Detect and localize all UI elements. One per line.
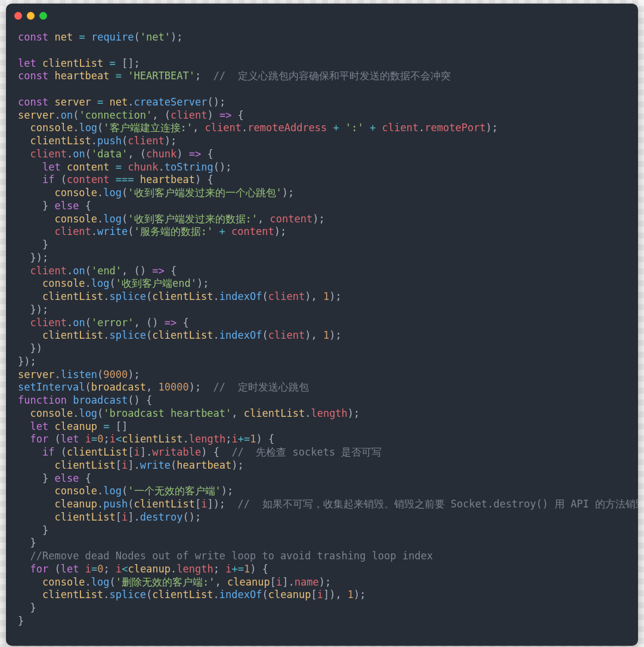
comment-collect-destroy: // 如果不可写，收集起来销毁。销毁之前要 Socket.destroy() 用…: [238, 498, 638, 510]
var-heartbeat: heartbeat: [54, 70, 109, 82]
comment-hb-def: // 定义心跳包内容确保和平时发送的数据不会冲突: [213, 70, 451, 82]
num-interval: 10000: [158, 381, 188, 393]
minimize-icon[interactable]: [27, 12, 35, 20]
comment-check-writable: // 先检查 sockets 是否可写: [231, 446, 382, 458]
zoom-icon[interactable]: [39, 12, 47, 20]
kw-const: const: [18, 31, 48, 43]
str-module: net: [146, 31, 165, 43]
fn-require: require: [91, 31, 134, 43]
var-net: net: [54, 31, 73, 43]
code-block: const net = require('net'); let clientLi…: [6, 27, 638, 646]
var-server: server: [54, 96, 91, 108]
comment-remove-dead: //Remove dead Nodes out of write loop to…: [30, 550, 433, 562]
num-port: 9000: [103, 369, 128, 380]
comment-timer: // 定时发送心跳包: [213, 381, 309, 393]
close-icon[interactable]: [14, 12, 22, 20]
titlebar: [6, 4, 638, 27]
editor-window: const net = require('net'); let clientLi…: [6, 4, 638, 646]
fn-broadcast: broadcast: [73, 394, 128, 406]
var-clientList: clientList: [42, 57, 103, 69]
